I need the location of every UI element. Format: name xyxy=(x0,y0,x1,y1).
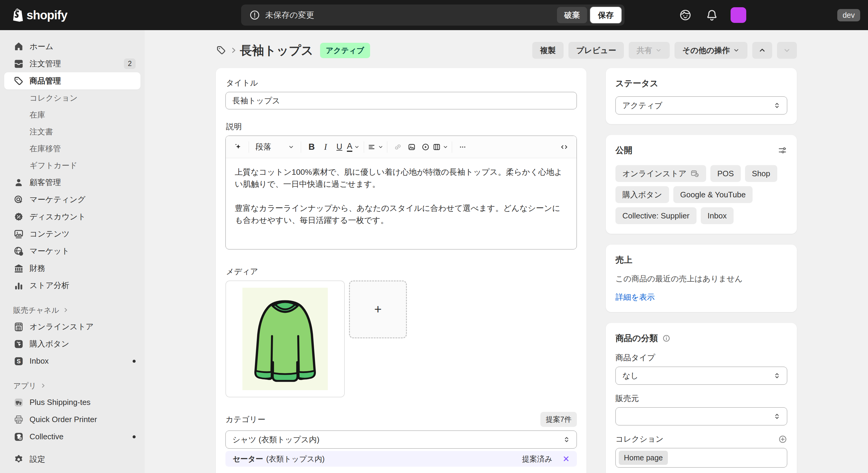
sidebar-item-analytics[interactable]: ストア分析 xyxy=(4,277,141,294)
page-actions: 複製 プレビュー 共有 その他の操作 xyxy=(532,42,797,59)
channel-pill-buy-button[interactable]: 購入ボタン xyxy=(615,186,669,203)
more-formatting-button[interactable] xyxy=(456,140,470,154)
sidebar-item-quick-order-printer[interactable]: Quick Order Printer xyxy=(4,411,141,428)
channel-pill-collective-supplier[interactable]: Collective: Supplier xyxy=(615,207,696,224)
channel-pill-online-store[interactable]: オンラインストア xyxy=(615,165,706,182)
page-title: 長袖トップス xyxy=(240,42,313,59)
collections-input[interactable]: Home page xyxy=(615,448,787,468)
sidebar-item-markets[interactable]: $ マーケット xyxy=(4,243,141,260)
channel-pill-shop[interactable]: Shop xyxy=(745,165,777,182)
sidebar-item-buy-button[interactable]: 購入ボタン xyxy=(4,335,141,352)
product-type-value: なし xyxy=(622,371,638,381)
manage-publishing-sliders-icon[interactable] xyxy=(778,146,787,155)
vendor-select[interactable] xyxy=(615,407,787,425)
product-type-select[interactable]: なし xyxy=(615,367,787,385)
category-select[interactable]: シャツ (衣類トップス内) xyxy=(225,431,577,449)
sidebar-item-orders[interactable]: 注文管理 2 xyxy=(4,55,141,72)
sidebar-item-content[interactable]: コンテンツ xyxy=(4,225,141,243)
notifications-bell-icon[interactable] xyxy=(705,8,718,22)
link-button[interactable] xyxy=(391,140,405,154)
channel-pill-pos[interactable]: POS xyxy=(710,165,741,182)
add-media-button[interactable]: + xyxy=(349,281,407,338)
duplicate-button[interactable]: 複製 xyxy=(532,42,564,59)
more-actions-button[interactable]: その他の操作 xyxy=(675,42,747,59)
suggestion-name: セーター xyxy=(233,454,263,464)
dismiss-suggestion-button[interactable]: ✕ xyxy=(563,454,569,464)
channel-pill-google-youtube[interactable]: Google & YouTube xyxy=(673,186,752,203)
alignment-dropdown[interactable] xyxy=(368,140,383,154)
insert-table-dropdown[interactable] xyxy=(433,140,448,154)
store-avatar[interactable] xyxy=(731,7,746,23)
add-collection-plus-icon[interactable] xyxy=(778,435,787,444)
sidebar-item-collective[interactable]: Collective xyxy=(4,428,141,445)
sidebar-item-label: 在庫移管 xyxy=(30,144,61,154)
sidebar-item-label: Collective xyxy=(30,432,64,441)
chevron-up-icon xyxy=(758,46,766,54)
status-select[interactable]: アクティブ xyxy=(615,96,787,115)
sidebar-item-inbox[interactable]: S Inbox xyxy=(4,352,141,370)
product-media-thumbnail[interactable] xyxy=(225,281,345,398)
alert-circle-icon xyxy=(249,9,260,21)
sidebar-item-label: Inbox xyxy=(30,356,49,366)
shopify-bag-icon xyxy=(11,8,24,22)
insert-video-button[interactable] xyxy=(418,140,433,154)
text-color-dropdown[interactable]: A xyxy=(346,140,360,154)
magic-sparkle-icon[interactable] xyxy=(231,140,245,154)
select-unfold-icon xyxy=(563,436,570,443)
sales-card-title: 売上 xyxy=(615,254,787,266)
next-product-button[interactable] xyxy=(777,42,797,59)
channel-pill-inbox[interactable]: Inbox xyxy=(701,207,734,224)
preview-button[interactable]: プレビュー xyxy=(568,42,624,59)
category-suggestions-badge[interactable]: 提案7件 xyxy=(540,412,577,427)
category-label: カテゴリー xyxy=(225,414,265,425)
bold-button[interactable]: B xyxy=(305,140,318,154)
share-button[interactable]: 共有 xyxy=(629,42,670,59)
chevron-down-icon xyxy=(378,144,383,150)
sidebar-item-label: マーケティング xyxy=(30,194,86,205)
person-icon xyxy=(13,177,24,188)
sidebar-item-discounts[interactable]: ディスカウント xyxy=(4,208,141,225)
sidebar-item-inventory[interactable]: 在庫 xyxy=(4,106,141,123)
description-editor-body[interactable]: 上質なコットン100%素材で、肌に優しい着け心地が特徴の長袖トップス。柔らかく心… xyxy=(226,158,577,249)
media-section: + xyxy=(225,281,577,398)
channel-pill-label: Collective: Supplier xyxy=(622,211,689,221)
shopify-logo[interactable]: shopify xyxy=(11,0,67,30)
channel-pill-label: Shop xyxy=(752,169,770,178)
channel-pill-label: Inbox xyxy=(708,211,727,221)
save-button[interactable]: 保存 xyxy=(590,7,621,23)
previous-product-button[interactable] xyxy=(752,42,772,59)
storefront-icon xyxy=(13,321,24,332)
italic-button[interactable]: I xyxy=(318,140,333,154)
sidebar-item-home[interactable]: ホーム xyxy=(4,38,141,55)
insert-image-button[interactable] xyxy=(405,140,418,154)
discard-button[interactable]: 破棄 xyxy=(557,7,587,23)
assistant-face-icon[interactable] xyxy=(679,8,692,22)
sidebar-item-finances[interactable]: 財務 xyxy=(4,260,141,277)
sidebar-item-products[interactable]: 商品管理 xyxy=(4,72,141,90)
sidebar-item-transfers[interactable]: 在庫移管 xyxy=(4,140,141,157)
paragraph-style-dropdown[interactable]: 段落 xyxy=(253,140,297,154)
sidebar-item-plus-shipping[interactable]: Plus Shipping-tes xyxy=(4,394,141,411)
sidebar-item-marketing[interactable]: マーケティング xyxy=(4,191,141,208)
chevron-down-icon xyxy=(443,144,448,150)
underline-button[interactable]: U xyxy=(333,140,346,154)
sales-details-link[interactable]: 詳細を表示 xyxy=(615,292,655,303)
sales-channels-header[interactable]: 販売チャネル xyxy=(4,302,141,318)
products-breadcrumb-tag-icon[interactable] xyxy=(216,45,227,56)
collection-tag[interactable]: Home page xyxy=(619,451,668,465)
channel-pill-label: オンラインストア xyxy=(622,168,687,179)
unsaved-changes-bar: 未保存の変更 破棄 保存 xyxy=(241,4,624,26)
sidebar-item-settings[interactable]: 設定 xyxy=(4,451,141,468)
buy-button-icon xyxy=(13,339,24,349)
sidebar-item-online-store[interactable]: オンラインストア xyxy=(4,318,141,335)
title-input[interactable] xyxy=(225,92,577,109)
sidebar-item-collections[interactable]: コレクション xyxy=(4,90,141,106)
code-view-button[interactable] xyxy=(557,140,571,154)
sidebar-item-purchase-orders[interactable]: 注文書 xyxy=(4,123,141,140)
sidebar-item-gift-cards[interactable]: ギフトカード xyxy=(4,157,141,174)
info-icon[interactable] xyxy=(662,334,671,343)
inbox-notification-dot xyxy=(133,360,135,363)
sidebar-item-customers[interactable]: 顧客管理 xyxy=(4,174,141,191)
apps-header[interactable]: アプリ xyxy=(4,378,141,394)
chevron-down-icon xyxy=(733,47,740,54)
